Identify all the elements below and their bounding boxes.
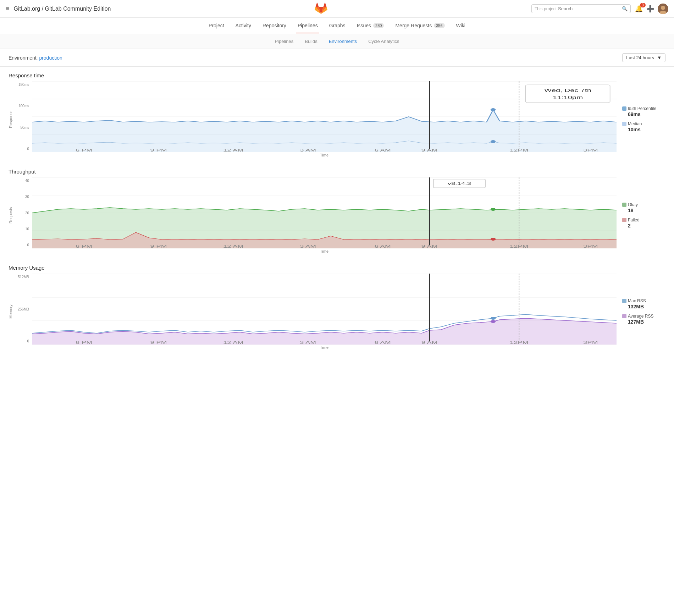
issues-count: 280 <box>373 23 384 28</box>
search-icon: 🔍 <box>622 6 628 11</box>
breadcrumb-link[interactable]: GitLab.org / GitLab Community Edition <box>14 6 111 12</box>
throughput-wrapper: Requests 403020100 <box>9 177 665 253</box>
svg-text:12 AM: 12 AM <box>223 148 243 152</box>
legend-95th: 95th Percentile 69ms <box>622 106 665 117</box>
svg-text:3 AM: 3 AM <box>300 148 316 152</box>
nav-merge-requests[interactable]: Merge Requests 356 <box>394 18 446 33</box>
memory-x-label: Time <box>32 345 617 350</box>
svg-text:6 AM: 6 AM <box>375 244 391 248</box>
charts-container: Response time Response 150ms100ms50ms0 <box>0 67 674 367</box>
response-y-axis: 150ms100ms50ms0 <box>16 81 29 152</box>
top-nav-right: This project 🔍 🔔 3 ➕ <box>531 4 668 14</box>
svg-text:3PM: 3PM <box>583 148 598 152</box>
notification-badge: 3 <box>640 3 646 7</box>
subnav-pipelines[interactable]: Pipelines <box>273 35 295 48</box>
subnav-environments[interactable]: Environments <box>327 35 358 48</box>
svg-text:12PM: 12PM <box>510 244 529 248</box>
nav-issues[interactable]: Issues 280 <box>355 18 386 33</box>
response-time-title: Response time <box>9 72 665 78</box>
response-chart-svg: Wed, Dec 7th 11:10pm 6 PM 9 PM 12 AM 3 A… <box>32 81 617 152</box>
legend-max-rss-value: 132MB <box>622 304 665 309</box>
svg-point-48 <box>491 317 496 320</box>
legend-failed-value: 2 <box>622 223 665 229</box>
svg-text:6 PM: 6 PM <box>76 148 92 152</box>
time-range-select[interactable]: Last 24 hours ▼ <box>622 53 665 62</box>
chevron-down-icon: ▼ <box>657 55 662 60</box>
svg-text:9 PM: 9 PM <box>150 244 167 248</box>
svg-text:9 PM: 9 PM <box>150 148 167 152</box>
gitlab-logo[interactable] <box>315 2 327 16</box>
search-box[interactable]: This project 🔍 <box>531 4 631 13</box>
user-avatar[interactable] <box>658 4 668 14</box>
legend-95th-value: 69ms <box>622 111 665 117</box>
response-chart-area: Wed, Dec 7th 11:10pm 6 PM 9 PM 12 AM 3 A… <box>32 81 617 157</box>
time-range-label: Last 24 hours <box>626 55 654 60</box>
svg-text:3PM: 3PM <box>583 244 598 248</box>
memory-usage-title: Memory Usage <box>9 265 665 271</box>
response-x-label: Time <box>32 153 617 157</box>
response-legend: 95th Percentile 69ms Median 10ms <box>619 81 665 157</box>
throughput-y-label: Requests <box>9 180 13 251</box>
secondary-nav: Pipelines Builds Environments Cycle Anal… <box>0 34 674 49</box>
memory-usage-wrapper: Memory 512MB256MB0 <box>9 274 665 350</box>
env-name-link[interactable]: production <box>39 55 62 61</box>
legend-failed: Failed 2 <box>622 218 665 229</box>
svg-text:3 AM: 3 AM <box>300 340 316 345</box>
nav-activity[interactable]: Activity <box>234 18 253 33</box>
legend-max-rss-color <box>622 299 626 303</box>
svg-text:9 AM: 9 AM <box>421 340 438 345</box>
breadcrumb: GitLab.org / GitLab Community Edition <box>14 6 111 12</box>
nav-project[interactable]: Project <box>207 18 226 33</box>
svg-point-49 <box>491 320 496 323</box>
legend-okay-color <box>622 203 626 207</box>
svg-text:3PM: 3PM <box>583 340 598 345</box>
svg-text:v8.14.3: v8.14.3 <box>448 181 471 186</box>
nav-graphs[interactable]: Graphs <box>328 18 347 33</box>
svg-point-1 <box>661 6 665 10</box>
legend-median: Median 10ms <box>622 121 665 132</box>
svg-text:6 PM: 6 PM <box>76 340 92 345</box>
svg-text:11:10pm: 11:10pm <box>553 95 583 100</box>
throughput-chart-svg: v8.14.3 6 PM 9 PM 12 AM 3 AM 6 AM 9 AM 1… <box>32 177 617 248</box>
svg-text:6 PM: 6 PM <box>76 244 92 248</box>
hamburger-menu[interactable]: ≡ <box>6 5 10 12</box>
svg-point-31 <box>491 238 496 241</box>
throughput-y-axis: 403020100 <box>16 177 29 248</box>
legend-median-value: 10ms <box>622 127 665 132</box>
nav-repository[interactable]: Repository <box>261 18 288 33</box>
throughput-legend: Okay 18 Failed 2 <box>619 177 665 253</box>
svg-text:9 PM: 9 PM <box>150 340 167 345</box>
svg-text:9 AM: 9 AM <box>421 244 438 248</box>
nav-wiki[interactable]: Wiki <box>455 18 467 33</box>
throughput-x-label: Time <box>32 249 617 253</box>
env-bar: Environment: production Last 24 hours ▼ <box>0 49 674 67</box>
memory-y-axis: 512MB256MB0 <box>16 274 29 345</box>
top-nav: ≡ GitLab.org / GitLab Community Edition … <box>0 0 674 18</box>
subnav-builds[interactable]: Builds <box>303 35 319 48</box>
plus-icon[interactable]: ➕ <box>646 5 654 13</box>
legend-95th-color <box>622 106 626 111</box>
svg-text:Wed, Dec 7th: Wed, Dec 7th <box>544 88 591 93</box>
legend-okay: Okay 18 <box>622 202 665 213</box>
search-input[interactable] <box>558 6 622 11</box>
primary-nav: Project Activity Repository Pipelines Gr… <box>0 18 674 34</box>
svg-point-10 <box>491 108 496 111</box>
throughput-section: Throughput Requests 403020100 <box>9 169 665 253</box>
response-time-section: Response time Response 150ms100ms50ms0 <box>9 72 665 157</box>
top-nav-left: ≡ GitLab.org / GitLab Community Edition <box>6 5 111 12</box>
svg-text:6 AM: 6 AM <box>375 148 391 152</box>
memory-legend: Max RSS 132MB Average RSS 127MB <box>619 274 665 350</box>
svg-point-30 <box>491 208 496 211</box>
memory-chart-area: 6 PM 9 PM 12 AM 3 AM 6 AM 9 AM 12PM 3PM … <box>32 274 617 350</box>
notifications-icon[interactable]: 🔔 3 <box>635 5 643 13</box>
legend-avg-rss: Average RSS 127MB <box>622 314 665 325</box>
response-y-label: Response <box>9 84 13 155</box>
env-label: Environment: production <box>9 55 62 61</box>
legend-avg-rss-value: 127MB <box>622 319 665 325</box>
mr-count: 356 <box>434 23 444 28</box>
response-time-wrapper: Response 150ms100ms50ms0 <box>9 81 665 157</box>
nav-pipelines[interactable]: Pipelines <box>296 18 319 33</box>
subnav-cycle-analytics[interactable]: Cycle Analytics <box>367 35 400 48</box>
svg-text:12PM: 12PM <box>510 340 529 345</box>
legend-median-color <box>622 122 626 126</box>
